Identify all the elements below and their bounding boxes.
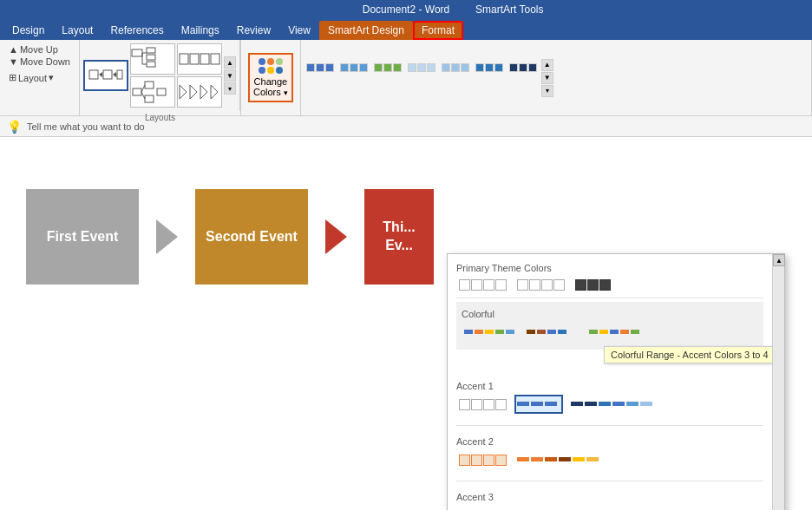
smartart-box-3[interactable]: Thi...Ev... <box>364 189 434 285</box>
change-colors-button[interactable]: Change Colors ▾ <box>241 40 301 115</box>
move-up-button[interactable]: ▲ Move Up <box>5 43 74 56</box>
svg-marker-3 <box>113 72 116 77</box>
svg-marker-25 <box>211 85 218 99</box>
svg-rect-19 <box>190 54 199 64</box>
layouts-scroll-more[interactable]: ▾ <box>224 82 236 95</box>
tab-format[interactable]: Format <box>413 21 463 40</box>
svg-rect-34 <box>558 330 566 334</box>
svg-rect-43 <box>571 402 583 406</box>
tooltip-colorful: Colorful Range - Accent Colors 3 to 4 <box>604 346 772 363</box>
svg-rect-2 <box>103 70 112 79</box>
svg-rect-45 <box>599 402 611 406</box>
layout-item-5[interactable] <box>177 76 222 108</box>
scrollbar-up-button[interactable]: ▲ <box>773 254 785 266</box>
svg-rect-47 <box>626 402 638 406</box>
accent1-row <box>456 395 763 414</box>
tab-layout[interactable]: Layout <box>53 21 102 40</box>
primary-colors-row <box>456 277 763 293</box>
smartart-box-1[interactable]: First Event <box>26 189 139 285</box>
svg-rect-18 <box>180 54 188 64</box>
colorful-option-1[interactable] <box>462 323 519 342</box>
svg-rect-44 <box>585 402 597 406</box>
colorful-option-3[interactable] <box>586 323 644 342</box>
color-dot-3 <box>276 58 283 65</box>
style-item-7[interactable] <box>508 62 539 94</box>
accent1-option-1[interactable] <box>456 396 509 413</box>
style-item-6[interactable] <box>474 62 505 94</box>
primary-theme-colors-header: Primary Theme Colors <box>456 263 763 273</box>
color-dot-5 <box>267 67 274 74</box>
tab-view[interactable]: View <box>279 21 319 40</box>
layout-item-1[interactable] <box>83 60 128 91</box>
svg-rect-38 <box>620 330 629 334</box>
tab-design[interactable]: Design <box>3 21 53 40</box>
ribbon-main: ▲ Move Up ▼ Move Down ⊞ Layout ▾ <box>0 40 812 116</box>
svg-rect-46 <box>612 402 625 406</box>
styles-scroll-up[interactable]: ▲ <box>541 59 553 71</box>
svg-rect-33 <box>547 330 556 334</box>
accent2-row <box>456 450 763 469</box>
svg-marker-22 <box>180 85 187 99</box>
layout-button[interactable]: ⊞ Layout ▾ <box>5 71 74 84</box>
svg-rect-51 <box>545 457 557 461</box>
tab-references[interactable]: References <box>102 21 172 40</box>
colorful-option-2[interactable] <box>524 323 581 342</box>
ribbon-left-controls: ▲ Move Up ▼ Move Down ⊞ Layout ▾ <box>0 40 80 115</box>
accent3-option-1[interactable] <box>456 507 509 511</box>
style-item-1[interactable] <box>304 62 336 94</box>
svg-rect-37 <box>610 330 619 334</box>
accent1-option-3[interactable] <box>568 395 678 414</box>
accent2-option-1[interactable] <box>456 452 509 468</box>
style-item-3[interactable] <box>372 62 403 94</box>
tab-mailings[interactable]: Mailings <box>173 21 228 40</box>
main-canvas: First Event Second Event Thi...Ev... Pri… <box>0 137 812 510</box>
layout-item-4[interactable] <box>177 43 222 75</box>
styles-scroll: ▲ ▼ ▾ <box>541 59 553 97</box>
style-item-2[interactable] <box>338 62 370 94</box>
svg-rect-41 <box>531 402 543 406</box>
svg-rect-15 <box>157 88 166 95</box>
accent2-option-2[interactable] <box>514 450 624 469</box>
tab-smartart-design[interactable]: SmartArt Design <box>319 21 413 40</box>
title-bar: Document2 - Word SmartArt Tools <box>0 0 812 19</box>
svg-rect-4 <box>117 70 122 79</box>
svg-rect-14 <box>145 95 154 102</box>
accent3-option-2[interactable] <box>514 506 624 510</box>
tab-review[interactable]: Review <box>228 21 279 40</box>
layouts-scroll-down[interactable]: ▼ <box>224 69 236 82</box>
svg-rect-50 <box>531 457 543 461</box>
tell-me-text: Tell me what you want to do <box>27 121 145 132</box>
svg-rect-52 <box>559 457 571 461</box>
accent2-header: Accent 2 <box>456 436 763 447</box>
layouts-scroll: ▲ ▼ ▾ <box>224 56 236 95</box>
accent3-row <box>456 506 763 510</box>
primary-option-2[interactable] <box>514 277 567 293</box>
svg-rect-32 <box>537 330 546 334</box>
dropdown-inner: Primary Theme Colors <box>448 254 784 510</box>
scrollbar-track[interactable] <box>773 266 784 510</box>
accent1-option-2[interactable] <box>514 395 563 414</box>
primary-option-3[interactable] <box>573 277 613 293</box>
color-dot-2 <box>267 58 274 65</box>
svg-rect-8 <box>147 55 155 60</box>
layout-item-3[interactable] <box>130 76 175 108</box>
svg-rect-40 <box>517 402 529 406</box>
smartart-box-2[interactable]: Second Event <box>195 189 308 285</box>
layouts-section: ▲ ▼ ▾ <box>80 40 240 111</box>
svg-rect-21 <box>211 54 219 64</box>
styles-scroll-more[interactable]: ▾ <box>541 85 553 97</box>
svg-rect-26 <box>464 330 473 334</box>
move-down-button[interactable]: ▼ Move Down <box>5 56 74 68</box>
svg-line-16 <box>141 85 145 92</box>
smartart-tools-label: SmartArt Tools <box>475 3 543 16</box>
style-item-5[interactable] <box>440 62 471 94</box>
accent1-header: Accent 1 <box>456 381 763 391</box>
svg-rect-5 <box>132 49 142 56</box>
primary-option-1[interactable] <box>456 277 509 293</box>
layout-item-2[interactable] <box>130 43 175 75</box>
svg-marker-1 <box>99 72 102 77</box>
layouts-scroll-up[interactable]: ▲ <box>224 56 236 69</box>
arrow-2 <box>325 219 347 254</box>
style-item-4[interactable] <box>406 62 437 94</box>
styles-scroll-down[interactable]: ▼ <box>541 72 553 84</box>
